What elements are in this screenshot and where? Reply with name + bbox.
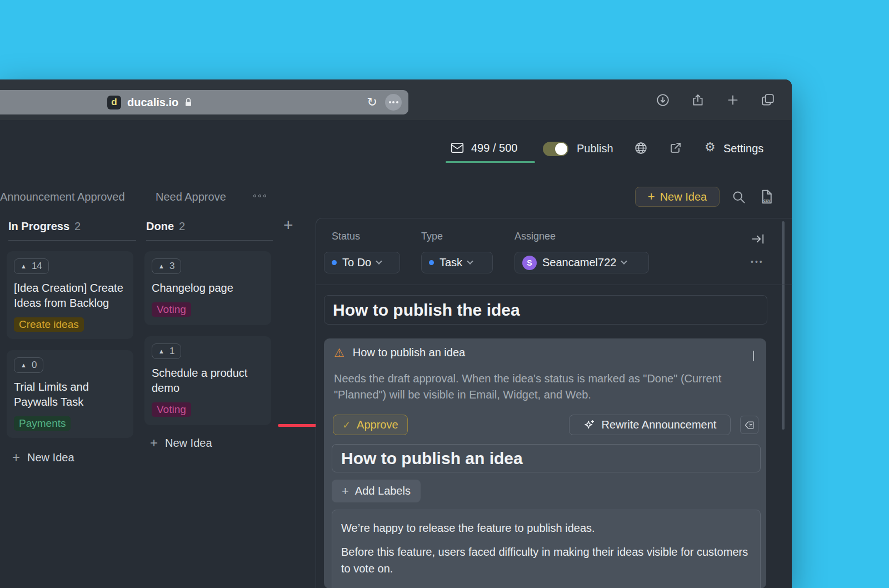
plus-icon: + xyxy=(648,191,655,203)
card-label: Voting xyxy=(152,402,191,417)
chevron-down-icon xyxy=(621,258,627,264)
address-bar[interactable]: d ducalis.io ↻ xyxy=(0,90,408,114)
browser-toolbar: d ducalis.io ↻ xyxy=(0,79,792,120)
downloads-icon[interactable] xyxy=(656,93,670,107)
description-paragraph: We’re happy to release the feature to pu… xyxy=(341,520,751,536)
idea-card[interactable]: ▲1 Schedule a product demo Voting xyxy=(144,336,271,425)
browser-window: d ducalis.io ↻ xyxy=(0,79,792,588)
rewrite-announcement-button[interactable]: Rewrite Announcement xyxy=(569,415,731,435)
page-options-icon[interactable] xyxy=(385,94,402,111)
column-new-idea-button[interactable]: +New Idea xyxy=(12,451,74,464)
type-field-label: Type xyxy=(421,231,443,242)
idea-card[interactable]: ▲3 Changelog page Voting xyxy=(144,251,271,325)
sparkle-icon xyxy=(583,419,596,431)
card-title: Schedule a product demo xyxy=(152,366,264,396)
share-icon[interactable] xyxy=(691,93,705,107)
quota-progress-bar xyxy=(446,161,535,163)
status-dot-icon xyxy=(332,260,337,265)
avatar: S xyxy=(522,256,537,270)
check-icon: ✓ xyxy=(342,419,351,431)
email-quota-value: 499 / 500 xyxy=(471,142,517,155)
new-tab-icon[interactable] xyxy=(726,93,740,107)
add-labels-button[interactable]: + Add Labels xyxy=(332,480,421,502)
browser-actions xyxy=(656,79,775,120)
plus-icon: + xyxy=(12,451,20,464)
new-idea-button[interactable]: + New Idea xyxy=(635,187,720,207)
upvote-icon: ▲ xyxy=(21,362,27,368)
card-label: Payments xyxy=(14,416,71,431)
svg-text:csv: csv xyxy=(763,198,771,203)
chevron-down-icon[interactable] xyxy=(753,351,754,361)
upvote-icon: ▲ xyxy=(21,263,27,270)
card-title: [Idea Creation] Create Ideas from Backlo… xyxy=(14,281,126,311)
column-count: 2 xyxy=(179,220,185,232)
more-tabs-icon[interactable] xyxy=(253,195,266,197)
approve-button[interactable]: ✓ Approve xyxy=(333,415,408,435)
vote-badge[interactable]: ▲3 xyxy=(152,258,181,274)
url-text: ducalis.io xyxy=(127,96,178,109)
panel-divider xyxy=(316,285,792,285)
announcement-title: How to publish an idea xyxy=(353,346,465,359)
upvote-icon: ▲ xyxy=(158,348,164,355)
column-divider xyxy=(8,240,136,241)
announcement-hint-text: Needs the draft approval. When the idea'… xyxy=(334,371,746,403)
lock-icon xyxy=(183,97,194,108)
tab-announcement-approved[interactable]: Announcement Approved xyxy=(0,191,125,203)
announcement-section: ⚠ How to publish an idea Needs the draft… xyxy=(324,338,766,588)
idea-title-input[interactable]: How to publish the idea xyxy=(324,295,767,325)
globe-icon[interactable] xyxy=(634,141,648,157)
panel-scrollbar[interactable] xyxy=(782,221,785,430)
idea-card[interactable]: ▲0 Trial Limits and Paywalls Task Paymen… xyxy=(7,350,133,438)
email-quota-counter: 499 / 500 xyxy=(450,141,517,155)
vote-badge[interactable]: ▲14 xyxy=(14,258,49,274)
card-title: Trial Limits and Paywalls Task xyxy=(14,380,126,410)
collapse-panel-icon[interactable] xyxy=(751,232,765,248)
upvote-icon: ▲ xyxy=(158,263,164,270)
chevron-down-icon xyxy=(467,258,473,264)
status-field-label: Status xyxy=(332,231,360,242)
desktop-background: d ducalis.io ↻ xyxy=(0,0,889,588)
status-dropdown[interactable]: To Do xyxy=(324,252,400,273)
column-header-done: Done2 xyxy=(146,220,185,233)
card-label: Create ideas xyxy=(14,317,84,332)
publish-label: Publish xyxy=(577,142,613,155)
card-label: Voting xyxy=(152,302,191,317)
description-paragraph: Before this feature, users faced difficu… xyxy=(341,544,751,577)
column-new-idea-button[interactable]: +New Idea xyxy=(150,436,212,450)
site-favicon: d xyxy=(107,96,121,109)
csv-export-icon[interactable]: csv xyxy=(758,188,775,207)
tab-overview-icon[interactable] xyxy=(761,93,775,107)
announcement-description-input[interactable]: We’re happy to release the feature to pu… xyxy=(332,510,761,588)
add-column-icon[interactable]: + xyxy=(283,217,293,233)
column-divider xyxy=(146,240,273,241)
envelope-icon xyxy=(450,141,465,155)
gear-icon[interactable]: ⚙ xyxy=(705,141,716,153)
plus-icon: + xyxy=(150,436,158,450)
external-link-icon[interactable] xyxy=(669,141,682,157)
column-header-in-progress: In Progress2 xyxy=(8,220,81,233)
assignee-dropdown[interactable]: S Seancamel722 xyxy=(515,252,649,273)
column-count: 2 xyxy=(74,220,81,232)
tab-need-approve[interactable]: Need Approve xyxy=(156,191,226,203)
plus-icon: + xyxy=(342,485,349,497)
idea-card[interactable]: ▲14 [Idea Creation] Create Ideas from Ba… xyxy=(7,251,133,339)
idea-detail-panel: Status Type Assignee To Do Task S Seanca… xyxy=(316,218,792,588)
backspace-icon[interactable] xyxy=(740,416,758,434)
card-title: Changelog page xyxy=(152,281,264,296)
type-dot-icon xyxy=(429,260,434,265)
panel-more-icon[interactable]: ••• xyxy=(751,257,764,266)
reload-icon[interactable]: ↻ xyxy=(367,96,377,108)
vote-badge[interactable]: ▲1 xyxy=(152,343,181,359)
settings-label[interactable]: Settings xyxy=(723,142,763,155)
warning-icon: ⚠ xyxy=(334,347,344,358)
announcement-header[interactable]: ⚠ How to publish an idea xyxy=(334,346,465,359)
chevron-down-icon xyxy=(376,258,382,264)
assignee-field-label: Assignee xyxy=(515,231,556,242)
publish-toggle[interactable] xyxy=(543,142,568,156)
vote-badge[interactable]: ▲0 xyxy=(14,357,43,373)
announcement-draft-title-input[interactable]: How to publish an idea xyxy=(332,444,761,472)
type-dropdown[interactable]: Task xyxy=(421,252,493,273)
search-icon[interactable] xyxy=(731,190,746,207)
